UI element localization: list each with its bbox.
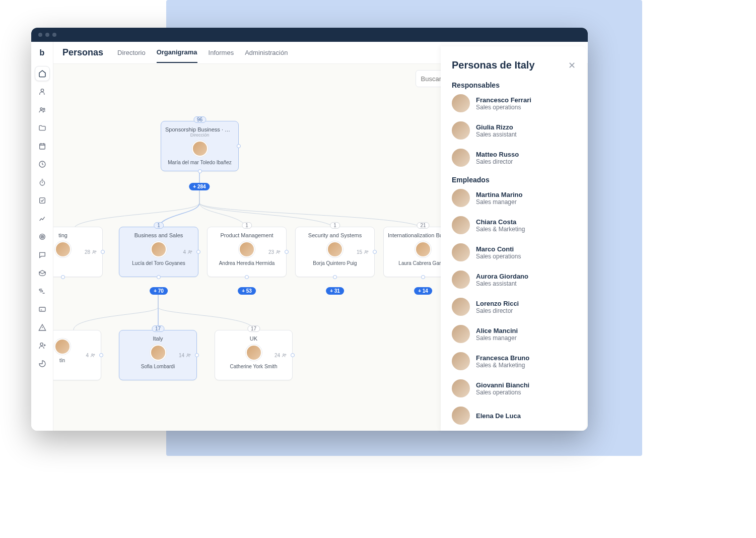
avatar: [452, 149, 470, 167]
svg-point-25: [187, 354, 189, 355]
avatar: [452, 325, 470, 343]
window-close-dot[interactable]: [38, 33, 42, 37]
avatar: [327, 241, 343, 257]
expand-children-l2-3[interactable]: + 31: [326, 287, 344, 295]
svg-point-28: [285, 354, 286, 355]
svg-point-27: [283, 354, 285, 355]
nav-alert[interactable]: [35, 320, 50, 335]
svg-point-15: [189, 250, 190, 252]
nav-check[interactable]: [35, 193, 50, 208]
tab-directorio[interactable]: Directorio: [117, 43, 146, 62]
nav-target[interactable]: [35, 229, 50, 244]
person-row[interactable]: Lorenzo Ricci Sales director: [452, 298, 576, 316]
person-row[interactable]: Martina Marino Sales manager: [452, 189, 576, 207]
nav-timer[interactable]: [35, 175, 50, 190]
nav-people[interactable]: [35, 102, 50, 117]
tab-informes[interactable]: Informes: [209, 43, 234, 62]
node-handle-right[interactable]: [291, 353, 295, 357]
person-row[interactable]: Chiara Costa Sales & Marketing: [452, 216, 576, 234]
node-handle-right[interactable]: [101, 250, 105, 254]
node-handle-right[interactable]: [237, 144, 241, 148]
node-handle-bottom[interactable]: [333, 275, 337, 279]
nav-card[interactable]: [35, 302, 50, 317]
avatar: [452, 243, 470, 261]
person-row[interactable]: Elena De Luca: [452, 407, 576, 425]
svg-point-26: [189, 354, 190, 355]
nav-person[interactable]: [35, 84, 50, 99]
svg-point-11: [40, 343, 43, 346]
avatar: [246, 345, 262, 361]
nav-folder[interactable]: [35, 120, 50, 136]
org-node-root[interactable]: 96 Sponsorship Business · Operati… Direc…: [161, 121, 239, 171]
window-titlebar: [31, 28, 588, 42]
person-row[interactable]: Aurora Giordano Sales assistant: [452, 271, 576, 289]
org-node-l3-0[interactable]: tín4: [53, 330, 101, 380]
avatar: [55, 241, 71, 257]
page-title: Personas: [62, 47, 103, 58]
svg-point-9: [42, 236, 42, 237]
person-row[interactable]: Marco Conti Sales operations: [452, 243, 576, 261]
node-handle-right[interactable]: [195, 353, 199, 357]
avatar: [452, 94, 470, 112]
node-handle-bottom[interactable]: [157, 275, 161, 279]
nav-pie[interactable]: [35, 356, 50, 371]
avatar: [452, 189, 470, 207]
nav-home[interactable]: [35, 66, 50, 81]
avatar: [452, 379, 470, 397]
tab-organigrama[interactable]: Organigrama: [157, 42, 197, 63]
section-empleados: Empleados: [452, 176, 576, 184]
person-row[interactable]: Giovanni Bianchi Sales operations: [452, 379, 576, 397]
person-row[interactable]: Francesca Bruno Sales & Marketing: [452, 352, 576, 370]
person-row[interactable]: Matteo Russo Sales director: [452, 149, 576, 167]
person-row[interactable]: Francesco Ferrari Sales operations: [452, 94, 576, 112]
avatar: [151, 241, 167, 257]
nav-learn[interactable]: [35, 265, 50, 281]
node-handle-right[interactable]: [285, 250, 289, 254]
window-max-dot[interactable]: [52, 33, 56, 37]
node-handle-right[interactable]: [373, 250, 377, 254]
org-node-l3-1[interactable]: 17ItalySofia Lombardi14: [119, 330, 197, 380]
close-icon[interactable]: ✕: [568, 60, 576, 71]
tab-administracion[interactable]: Administración: [245, 43, 288, 62]
avatar: [150, 345, 166, 361]
org-node-l2-2[interactable]: 1Product ManagementAndrea Heredia Hermid…: [207, 227, 287, 277]
node-handle-right[interactable]: [99, 353, 103, 357]
svg-point-18: [279, 251, 280, 252]
node-handle-bottom[interactable]: [421, 275, 425, 279]
svg-point-1: [40, 108, 42, 110]
panel-title: Personas de Italy: [452, 59, 535, 71]
window-min-dot[interactable]: [45, 33, 49, 37]
nav-clock[interactable]: [35, 157, 50, 172]
person-row[interactable]: Alice Mancini Sales manager: [452, 325, 576, 343]
brand-logo[interactable]: b: [35, 46, 49, 60]
avatar: [452, 298, 470, 316]
node-handle-bottom[interactable]: [198, 169, 202, 173]
org-node-l3-2[interactable]: 17UKCatherine York Smith24: [215, 330, 293, 380]
nav-flow[interactable]: [35, 284, 50, 299]
org-node-l2-0[interactable]: ting28: [53, 227, 103, 277]
node-handle-right[interactable]: [196, 250, 200, 254]
nav-adduser[interactable]: [35, 338, 50, 353]
expand-children-l2-2[interactable]: + 53: [238, 287, 256, 295]
side-panel: Personas de Italy ✕ Responsables Frances…: [441, 46, 587, 431]
nav-analytics[interactable]: [35, 211, 50, 226]
section-responsables: Responsables: [452, 81, 576, 89]
avatar: [415, 241, 431, 257]
expand-children-l2-1[interactable]: + 70: [150, 287, 168, 295]
nav-chat[interactable]: [35, 247, 50, 262]
node-handle-bottom[interactable]: [245, 275, 249, 279]
svg-rect-6: [39, 198, 45, 204]
avatar: [54, 339, 71, 355]
svg-point-13: [93, 250, 95, 252]
svg-point-16: [191, 251, 192, 252]
expand-children-l2-4[interactable]: + 14: [414, 287, 432, 295]
nav-calendar[interactable]: [35, 139, 50, 154]
expand-children-root[interactable]: + 284: [189, 183, 210, 190]
svg-point-20: [367, 251, 368, 252]
person-row[interactable]: Giulia Rizzo Sales assistant: [452, 121, 576, 140]
node-handle-bottom[interactable]: [61, 275, 65, 279]
org-node-l2-3[interactable]: 1Security and SystemsBorja Quintero Puig…: [295, 227, 375, 277]
org-node-l2-1[interactable]: 1Business and SalesLucía del Toro Goyane…: [119, 227, 198, 277]
svg-rect-10: [39, 307, 45, 311]
svg-point-19: [365, 250, 367, 252]
